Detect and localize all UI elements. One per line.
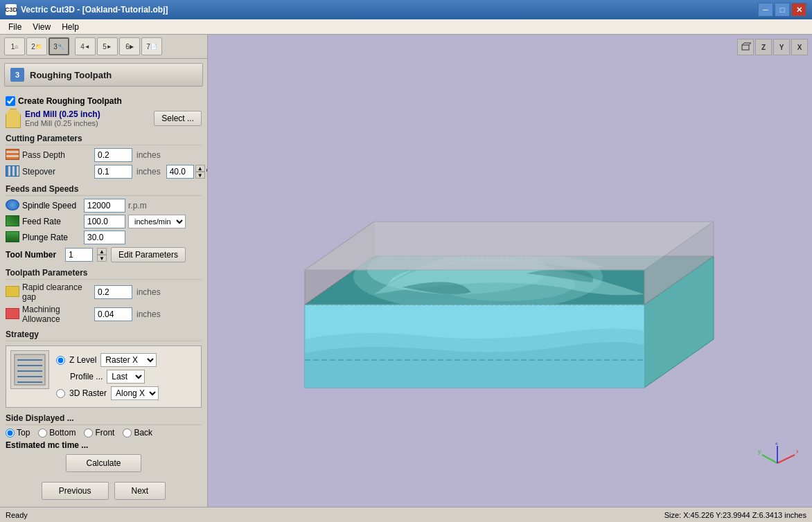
z-axis-button[interactable]: Z [755, 39, 772, 55]
previous-button[interactable]: Previous [42, 482, 109, 500]
menu-file[interactable]: File [3, 21, 27, 33]
tool-number-label: Tool Number [6, 250, 61, 260]
rapid-clearance-row: Rapid clearance gap inches [6, 282, 202, 302]
side-top: Top [6, 428, 30, 438]
svg-marker-23 [305, 222, 714, 270]
window-controls: ─ □ ✕ [758, 3, 806, 17]
edit-params-button[interactable]: Edit Parameters [111, 247, 186, 262]
create-checkbox[interactable] [6, 96, 15, 106]
spindle-unit: r.p.m [128, 201, 147, 210]
tab-2[interactable]: 2 📁 [26, 37, 47, 55]
side-top-label: Top [17, 428, 30, 438]
select-tool-button[interactable]: Select ... [154, 111, 202, 126]
strategy-icon-area [10, 350, 49, 389]
strategy-title: Strategy [6, 330, 202, 341]
machining-allowance-row: Machining Allowance inches [6, 305, 202, 324]
strategy-options: Z Level Raster X Raster Y Raster XY Prof… [56, 350, 197, 403]
tab-3[interactable]: 3 🔧 [48, 37, 69, 55]
iso-view-button[interactable] [737, 39, 754, 55]
plunge-rate-label: Plunge Rate [22, 233, 81, 242]
side-bottom: Bottom [38, 428, 76, 438]
toolpath-params-title: Toolpath Parameters [6, 268, 202, 280]
menu-bar: File View Help [0, 19, 812, 35]
maximize-button[interactable]: □ [775, 3, 790, 17]
side-bottom-radio[interactable] [38, 429, 47, 438]
raster3d-radio[interactable] [56, 389, 65, 398]
3d-canvas: x y z [208, 35, 812, 507]
stepover-percent-input[interactable] [166, 165, 194, 179]
side-back-radio[interactable] [123, 429, 132, 438]
zlevel-row: Z Level Raster X Raster Y Raster XY [56, 353, 197, 367]
estimated-time: Estimated mc time ... [6, 440, 202, 450]
machining-allowance-input[interactable] [94, 307, 132, 321]
feed-units-dropdown[interactable]: inches/min mm/min [128, 215, 186, 228]
rapid-clearance-label: Rapid clearance gap [22, 282, 91, 302]
model-svg [215, 48, 811, 507]
status-bar: Ready Size: X:45.226 Y:23.9944 Z:6.3413 … [0, 507, 812, 522]
close-button[interactable]: ✕ [791, 3, 806, 17]
side-displayed-title: Side Displayed ... [6, 413, 202, 425]
tool-sub: End Mill (0.25 inches) [25, 119, 150, 127]
pass-depth-input[interactable] [94, 148, 132, 162]
tab-5[interactable]: 5 ► [97, 37, 118, 55]
panel-content: Create Roughing Toolpath End Mill (0.25 … [0, 89, 207, 507]
stepover-input[interactable] [94, 165, 132, 179]
y-axis-button[interactable]: Y [773, 39, 790, 55]
side-bottom-label: Bottom [49, 428, 76, 438]
feeds-speeds-title: Feeds and Speeds [6, 184, 202, 196]
axis-indicator: x y z [757, 442, 798, 486]
raster3d-row: 3D Raster Along X Along Y [56, 386, 197, 400]
create-label: Create Roughing Toolpath [18, 96, 122, 106]
zlevel-label: Z Level [69, 355, 96, 365]
menu-view[interactable]: View [27, 21, 56, 33]
menu-help[interactable]: Help [56, 21, 85, 33]
side-top-radio[interactable] [6, 429, 15, 438]
stepover-percent-group: ▲ ▼ % [166, 165, 208, 179]
strategy-preview [10, 350, 49, 389]
zlevel-select[interactable]: Raster X Raster Y Raster XY [100, 353, 157, 367]
calculate-button[interactable]: Calculate [66, 454, 141, 472]
plunge-rate-row: Plunge Rate [6, 231, 202, 244]
app-icon: C3D [6, 4, 17, 15]
cutting-params-title: Cutting Parameters [6, 134, 202, 145]
x-axis-button[interactable]: X [791, 39, 808, 55]
main-layout: 1 ⌂ 2 📁 3 🔧 4 ◄ 5 ► 6 ▶ [0, 35, 812, 507]
stepover-label: Stepover [22, 167, 91, 177]
side-front-radio[interactable] [84, 429, 93, 438]
profile-row: Profile ... Last First None [56, 370, 197, 384]
tool-row: End Mill (0.25 inch) End Mill (0.25 inch… [6, 109, 202, 128]
svg-rect-0 [15, 354, 45, 385]
feed-rate-input[interactable] [84, 215, 125, 228]
minimize-button[interactable]: ─ [758, 3, 773, 17]
view-panel: Z Y X [208, 35, 812, 507]
spindle-icon [6, 199, 19, 212]
tool-number-input[interactable] [65, 248, 93, 262]
tab-1[interactable]: 1 ⌂ [4, 37, 25, 55]
tab-7[interactable]: 7 📄 [141, 37, 162, 55]
pass-depth-unit: inches [136, 150, 161, 160]
tab-6[interactable]: 6 ▶ [119, 37, 140, 55]
spindle-input[interactable] [84, 199, 125, 213]
create-checkbox-row: Create Roughing Toolpath [6, 96, 202, 106]
rapid-clearance-input[interactable] [94, 285, 132, 299]
stepover-unit: inches [136, 167, 161, 177]
left-panel: 1 ⌂ 2 📁 3 🔧 4 ◄ 5 ► 6 ▶ [0, 35, 208, 507]
side-back-label: Back [134, 428, 152, 438]
plunge-rate-input[interactable] [84, 231, 125, 244]
svg-line-24 [777, 455, 795, 463]
zlevel-radio[interactable] [56, 356, 65, 365]
side-front-label: Front [95, 428, 114, 438]
feed-rate-row: Feed Rate inches/min mm/min [6, 215, 202, 228]
svg-text:z: z [775, 442, 779, 446]
tool-num-spin-down[interactable]: ▼ [97, 255, 107, 262]
tool-num-spin-up[interactable]: ▲ [97, 248, 107, 255]
next-button[interactable]: Next [114, 482, 166, 500]
stepover-row: Stepover inches ▲ ▼ % [6, 165, 202, 179]
tab-4[interactable]: 4 ◄ [75, 37, 96, 55]
svg-text:y: y [758, 448, 761, 455]
side-front: Front [84, 428, 114, 438]
raster3d-select[interactable]: Along X Along Y [111, 386, 159, 400]
profile-select[interactable]: Last First None [107, 370, 145, 384]
stepover-spin-down[interactable]: ▼ [195, 172, 205, 179]
stepover-spin-up[interactable]: ▲ [195, 165, 205, 172]
